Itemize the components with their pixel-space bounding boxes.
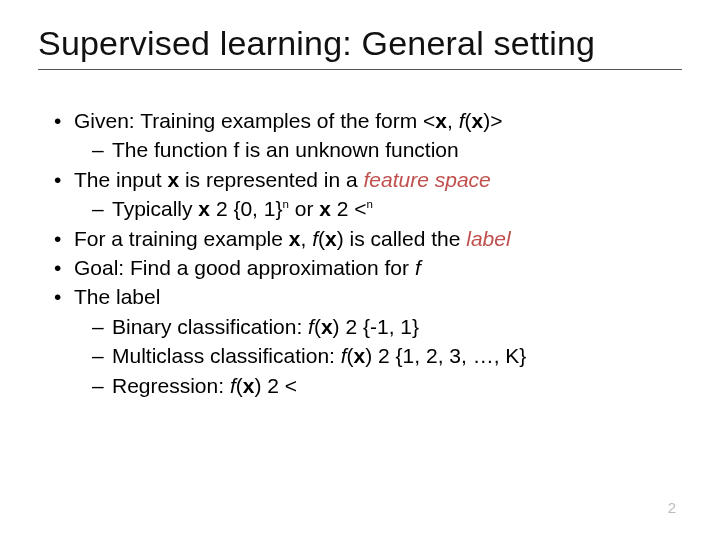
text-run: For a training example — [74, 227, 289, 250]
text-run: Goal: Find a good approximation for — [74, 256, 415, 279]
text-run: The input — [74, 168, 167, 191]
text-run: ( — [314, 315, 321, 338]
text-run: x — [325, 227, 337, 250]
text-run: 2 {0, 1} — [210, 197, 282, 220]
sub-bullet-item: Multiclass classification: f(x) 2 {1, 2,… — [88, 341, 682, 370]
text-run: Regression: — [112, 374, 230, 397]
text-run: x — [435, 109, 447, 132]
text-run: ( — [318, 227, 325, 250]
text-run: ) 2 < — [254, 374, 297, 397]
sub-list: Typically x 2 {0, 1}n or x 2 <n — [88, 194, 682, 223]
text-run: ) is called the — [337, 227, 467, 250]
text-run: Typically — [112, 197, 198, 220]
sub-bullet-item: Binary classification: f(x) 2 {-1, 1} — [88, 312, 682, 341]
text-run: x — [319, 197, 331, 220]
text-run: Binary classification: — [112, 315, 308, 338]
slide-title: Supervised learning: General setting — [38, 24, 682, 63]
text-run: or — [289, 197, 319, 220]
text-run: x — [243, 374, 255, 397]
sub-bullet-item: Regression: f(x) 2 < — [88, 371, 682, 400]
text-run: f — [415, 256, 421, 279]
text-run: label — [466, 227, 510, 250]
text-run: x — [167, 168, 179, 191]
slide: Supervised learning: General setting Giv… — [0, 0, 720, 540]
text-run: ( — [347, 344, 354, 367]
text-run: Multiclass classification: — [112, 344, 341, 367]
bullet-item: Given: Training examples of the form <x,… — [48, 106, 682, 165]
text-run: , — [447, 109, 459, 132]
text-run: x — [471, 109, 483, 132]
text-run: x — [289, 227, 301, 250]
text-run: ) 2 {-1, 1} — [333, 315, 419, 338]
bullet-item: Goal: Find a good approximation for f — [48, 253, 682, 282]
text-run: Given: Training examples of the form < — [74, 109, 435, 132]
bullet-item: For a training example x, f(x) is called… — [48, 224, 682, 253]
text-run: is represented in a — [179, 168, 363, 191]
text-run: , — [300, 227, 312, 250]
sub-bullet-item: The function f is an unknown function — [88, 135, 682, 164]
text-run: x — [321, 315, 333, 338]
sub-list: The function f is an unknown function — [88, 135, 682, 164]
title-rule — [38, 69, 682, 70]
text-run: ) 2 {1, 2, 3, …, K} — [365, 344, 526, 367]
bullet-item: The input x is represented in a feature … — [48, 165, 682, 224]
text-run: )> — [483, 109, 502, 132]
sub-list: Binary classification: f(x) 2 {-1, 1}Mul… — [88, 312, 682, 400]
text-run: x — [198, 197, 210, 220]
page-number: 2 — [668, 499, 676, 516]
text-run: feature space — [364, 168, 491, 191]
bullet-list: Given: Training examples of the form <x,… — [48, 106, 682, 400]
text-run: The label — [74, 285, 160, 308]
bullet-item: The labelBinary classification: f(x) 2 {… — [48, 282, 682, 400]
text-run: ( — [236, 374, 243, 397]
text-run: n — [367, 198, 373, 210]
text-run: 2 < — [331, 197, 367, 220]
text-run: x — [354, 344, 366, 367]
text-run: The function f is an unknown function — [112, 138, 459, 161]
sub-bullet-item: Typically x 2 {0, 1}n or x 2 <n — [88, 194, 682, 223]
